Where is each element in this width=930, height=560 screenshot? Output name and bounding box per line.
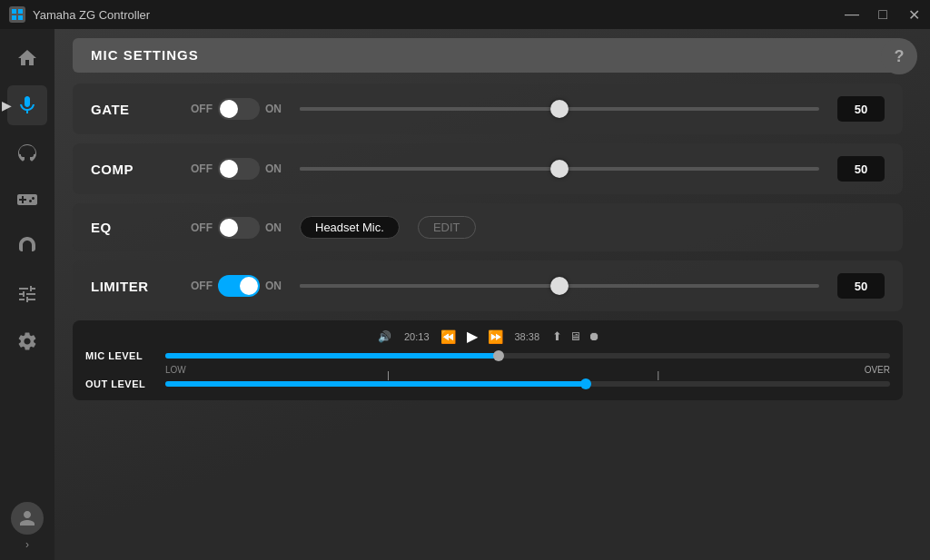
mic-level-row: MIC LEVEL — [85, 350, 890, 361]
sidebar: ▶ › — [0, 29, 54, 560]
share-icon[interactable]: ⬆ — [552, 329, 562, 343]
minimize-button[interactable]: — — [843, 6, 861, 23]
level-markers: LOW | | OVER — [85, 365, 890, 375]
eq-toggle-group: OFF ON — [191, 217, 282, 239]
svg-rect-3 — [18, 15, 23, 20]
rewind-button[interactable]: ⏪ — [439, 329, 459, 344]
section-header: MIC SETTINGS — [73, 38, 903, 73]
play-button[interactable]: ▶ — [462, 328, 482, 345]
comp-toggle-group: OFF ON — [191, 158, 282, 180]
comp-toggle[interactable] — [218, 158, 260, 180]
comp-slider-track[interactable] — [300, 167, 819, 171]
sidebar-item-home[interactable] — [7, 38, 47, 78]
main-content: ? MIC SETTINGS GATE OFF ON 50 — [54, 29, 930, 560]
eq-preset-button[interactable]: Headset Mic. — [300, 216, 400, 239]
transport-controls: 🔊 20:13 ⏪ ▶ ⏩ 38:38 ⬆ 🖥 ⏺ — [85, 328, 890, 345]
limiter-off-label: OFF — [191, 280, 213, 292]
time-marker-end: | — [657, 370, 659, 380]
time-marker-start: | — [387, 370, 390, 380]
titlebar: Yamaha ZG Controller — □ ✕ — [0, 0, 930, 29]
sidebar-expand-icon[interactable]: › — [25, 538, 29, 551]
sidebar-item-headphone[interactable] — [7, 227, 47, 267]
out-level-label: OUT LEVEL — [85, 378, 158, 389]
comp-on-label: ON — [265, 162, 282, 175]
out-level-track[interactable] — [165, 381, 890, 387]
sidebar-item-settings[interactable] — [7, 321, 47, 361]
limiter-slider-track[interactable] — [300, 284, 819, 288]
eq-toggle[interactable] — [218, 217, 260, 239]
comp-slider-container — [300, 167, 819, 171]
limiter-slider-container — [300, 284, 819, 288]
limiter-toggle-group: OFF ON — [191, 275, 282, 297]
limiter-toggle-thumb — [240, 277, 258, 295]
gate-slider-container — [300, 107, 819, 111]
gate-toggle-thumb — [220, 100, 238, 118]
gate-off-label: OFF — [191, 103, 213, 115]
sidebar-item-mixer[interactable] — [7, 274, 47, 314]
close-button[interactable]: ✕ — [905, 6, 923, 24]
comp-label: COMP — [91, 162, 173, 177]
sidebar-bottom: › — [11, 502, 44, 551]
eq-edit-button[interactable]: EDIT — [418, 216, 476, 239]
monitor-icon[interactable]: 🖥 — [569, 329, 581, 343]
section-title: MIC SETTINGS — [91, 47, 199, 63]
svg-rect-2 — [12, 15, 16, 20]
maximize-button[interactable]: □ — [874, 6, 892, 23]
gate-slider-track[interactable] — [300, 107, 819, 111]
gate-value: 50 — [837, 96, 885, 122]
limiter-label: LIMITER — [91, 279, 173, 294]
comp-off-label: OFF — [191, 162, 213, 175]
help-button[interactable]: ? — [881, 38, 917, 74]
limiter-row: LIMITER OFF ON 50 — [73, 260, 903, 311]
sidebar-item-mic[interactable]: ▶ — [7, 85, 47, 125]
gate-label: GATE — [91, 102, 173, 117]
window-title: Yamaha ZG Controller — [33, 8, 150, 22]
low-label: LOW — [165, 365, 186, 375]
out-level-row: OUT LEVEL — [85, 378, 890, 389]
transport-extra-icons: ⬆ 🖥 ⏺ — [552, 329, 600, 343]
eq-row: EQ OFF ON Headset Mic. EDIT — [73, 203, 903, 251]
sidebar-item-fx[interactable] — [7, 133, 47, 172]
gate-toggle-group: OFF ON — [191, 98, 282, 120]
svg-rect-1 — [18, 9, 23, 14]
limiter-on-label: ON — [265, 280, 282, 292]
bottom-bar: 🔊 20:13 ⏪ ▶ ⏩ 38:38 ⬆ 🖥 ⏺ MIC LEVEL — [73, 320, 903, 400]
sidebar-item-gaming[interactable] — [7, 180, 47, 220]
mic-level-track[interactable] — [165, 353, 890, 359]
gate-on-label: ON — [265, 103, 282, 115]
record-icon[interactable]: ⏺ — [589, 329, 600, 343]
comp-toggle-thumb — [220, 160, 238, 178]
app-icon — [9, 6, 25, 23]
eq-label: EQ — [91, 220, 173, 235]
app-body: ▶ › ? — [0, 29, 930, 560]
eq-on-label: ON — [265, 221, 282, 234]
comp-row: COMP OFF ON 50 — [73, 143, 903, 194]
mic-level-label: MIC LEVEL — [85, 350, 158, 361]
avatar[interactable] — [11, 502, 44, 535]
over-label: OVER — [865, 365, 890, 375]
limiter-value: 50 — [837, 273, 885, 299]
gate-row: GATE OFF ON 50 — [73, 84, 903, 134]
time-total: 38:38 — [515, 331, 540, 342]
comp-value: 50 — [837, 156, 885, 182]
volume-icon: 🔊 — [375, 330, 395, 343]
time-current: 20:13 — [404, 331, 430, 342]
eq-off-label: OFF — [191, 221, 213, 234]
eq-toggle-thumb — [220, 219, 238, 237]
svg-rect-0 — [12, 9, 16, 14]
gate-toggle[interactable] — [218, 98, 260, 120]
cursor-indicator: ▶ — [2, 98, 12, 113]
forward-button[interactable]: ⏩ — [486, 329, 506, 344]
window-controls: — □ ✕ — [843, 0, 923, 29]
limiter-toggle[interactable] — [218, 275, 260, 297]
